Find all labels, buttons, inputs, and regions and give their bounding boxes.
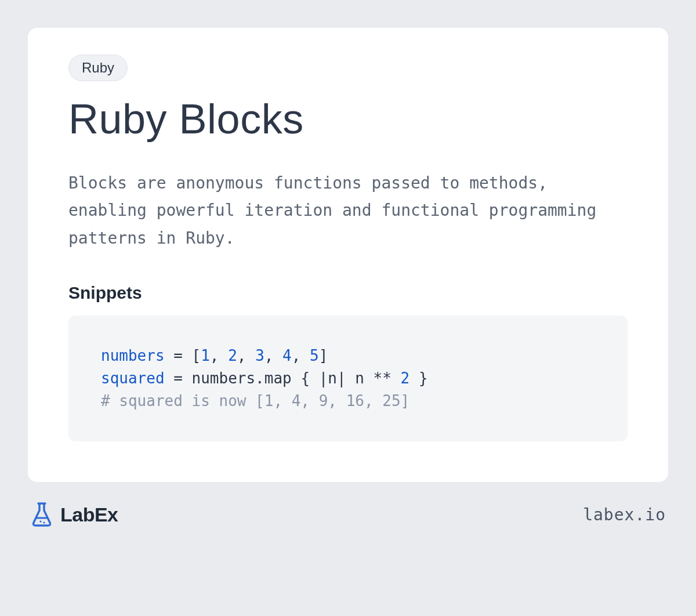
code-identifier: squared [101, 369, 165, 387]
description-text: Blocks are anonymous functions passed to… [68, 169, 628, 252]
code-number: 5 [310, 347, 319, 364]
code-text: , [210, 347, 228, 364]
footer: LabEx labex.io [28, 482, 668, 527]
svg-point-1 [43, 522, 45, 524]
code-text: , [237, 347, 255, 364]
code-number: 4 [282, 347, 292, 364]
code-number: 3 [255, 347, 264, 364]
brand-name: LabEx [60, 503, 118, 526]
snippets-heading: Snippets [68, 283, 628, 303]
brand: LabEx [30, 502, 118, 527]
code-number: 2 [401, 369, 410, 387]
code-text: , [264, 347, 282, 364]
svg-point-0 [39, 521, 41, 523]
code-text: ] [319, 347, 328, 364]
page-title: Ruby Blocks [68, 97, 628, 142]
code-text: } [409, 369, 427, 387]
code-snippet: numbers = [1, 2, 3, 4, 5] squared = numb… [68, 316, 628, 441]
code-text: , [292, 347, 310, 364]
code-number: 1 [201, 347, 210, 364]
code-text: = [ [165, 347, 201, 364]
code-comment: # squared is now [1, 4, 9, 16, 25] [101, 392, 409, 410]
code-identifier: numbers [101, 347, 165, 364]
flask-icon [30, 502, 53, 527]
language-tag: Ruby [68, 55, 128, 81]
code-text: = numbers.map { |n| n ** [165, 369, 401, 387]
content-card: Ruby Ruby Blocks Blocks are anonymous fu… [28, 28, 668, 482]
code-number: 2 [228, 347, 237, 364]
site-url: labex.io [583, 505, 666, 524]
